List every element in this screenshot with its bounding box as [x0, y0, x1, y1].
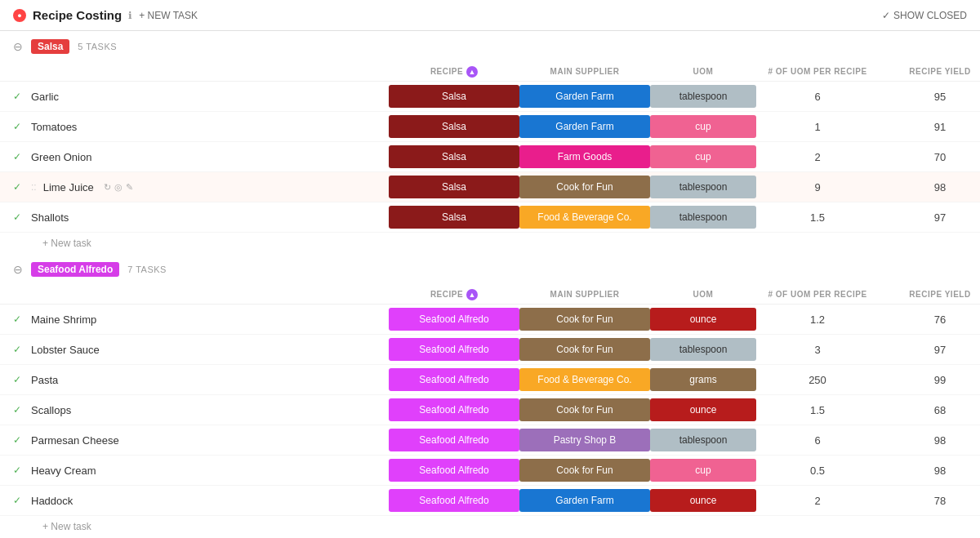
supplier-cell-2: Farm Goods — [519, 145, 650, 168]
recipe-cell-1: Seafood Alfredo — [389, 338, 519, 361]
repeat-icon[interactable]: ↻ — [104, 182, 111, 193]
table-row: ✓ Haddock Seafood Alfredo Garden Farm ou… — [0, 486, 980, 516]
supplier-value-2: Food & Beverage Co. — [519, 368, 650, 391]
columns-header-salsa: RECIPE ▲ MAIN SUPPLIER UOM # OF UOM PER … — [0, 62, 980, 82]
uom-qty-cell-4: 1.5 — [756, 211, 879, 224]
yield-cell-1: 91 — [879, 121, 980, 133]
task-name-1: Lobster Sauce — [31, 344, 100, 356]
table-row: ✓ Pasta Seafood Alfredo Food & Beverage … — [0, 365, 980, 395]
group-toggle-salsa[interactable]: ⊖ — [13, 40, 23, 53]
uom-value-6: ounce — [650, 489, 756, 512]
supplier-value-3: Cook for Fun — [519, 176, 650, 198]
supplier-cell-1: Garden Farm — [519, 115, 650, 138]
uom-cell-2: grams — [650, 368, 756, 391]
table-row: ✓ Heavy Cream Seafood Alfredo Cook for F… — [0, 456, 980, 486]
uom-value-1: tablespoon — [650, 338, 756, 361]
task-name-0: Garlic — [31, 91, 59, 103]
col-uom-per-recipe: # OF UOM PER RECIPE — [756, 67, 879, 76]
task-check-4[interactable]: ✓ — [13, 434, 24, 446]
task-row-icons: ↻ ◎ ✎ — [104, 182, 133, 193]
group-toggle-seafood[interactable]: ⊖ — [13, 263, 23, 276]
task-check-3[interactable]: ✓ — [13, 181, 24, 193]
uom-qty-cell-1: 3 — [756, 344, 879, 356]
table-row: ✓ Green Onion Salsa Farm Goods cup 2 70 — [0, 142, 980, 172]
show-closed-button[interactable]: ✓ SHOW CLOSED — [882, 10, 967, 21]
task-left-0: ✓ Garlic — [13, 91, 389, 103]
drag-handle[interactable]: :: — [31, 181, 37, 193]
recipe-value-3: Salsa — [389, 176, 519, 198]
uom-cell-4: tablespoon — [650, 206, 756, 229]
recipe-value-2: Seafood Alfredo — [389, 368, 519, 391]
recipe-value-1: Salsa — [389, 115, 519, 138]
task-name-5: Heavy Cream — [31, 465, 96, 477]
recipe-value-2: Salsa — [389, 145, 519, 168]
uom-qty-cell-5: 0.5 — [756, 465, 879, 477]
new-task-row-seafood[interactable]: + New task — [0, 516, 980, 537]
task-check-6[interactable]: ✓ — [13, 495, 24, 506]
table-row: ✓ Parmesan Cheese Seafood Alfredo Pastry… — [0, 425, 980, 456]
uom-qty-cell-3: 9 — [756, 181, 879, 193]
uom-value-3: tablespoon — [650, 176, 756, 198]
task-check-0[interactable]: ✓ — [13, 313, 24, 325]
task-check-2[interactable]: ✓ — [13, 151, 24, 162]
recipe-value-0: Seafood Alfredo — [389, 308, 519, 331]
task-name-4: Parmesan Cheese — [31, 434, 119, 447]
uom-cell-6: ounce — [650, 489, 756, 512]
table-row: ✓ Tomatoes Salsa Garden Farm cup 1 91 — [0, 112, 980, 142]
recipe-cell-5: Seafood Alfredo — [389, 459, 519, 482]
recipe-cell-2: Seafood Alfredo — [389, 368, 519, 391]
task-check-2[interactable]: ✓ — [13, 374, 24, 385]
supplier-value-1: Cook for Fun — [519, 338, 650, 361]
table-row: ✓ Lobster Sauce Seafood Alfredo Cook for… — [0, 335, 980, 365]
col-uom-per-recipe: # OF UOM PER RECIPE — [756, 290, 879, 299]
col-uom: UOM — [650, 67, 756, 76]
supplier-cell-1: Cook for Fun — [519, 338, 650, 361]
uom-cell-1: cup — [650, 115, 756, 138]
supplier-cell-2: Food & Beverage Co. — [519, 368, 650, 391]
uom-value-5: cup — [650, 459, 756, 482]
col-uom: UOM — [650, 290, 756, 299]
task-check-4[interactable]: ✓ — [13, 211, 24, 223]
yield-cell-2: 70 — [879, 151, 980, 163]
task-left-0: ✓ Maine Shrimp — [13, 313, 389, 326]
new-task-row-salsa[interactable]: + New task — [0, 233, 980, 254]
task-check-3[interactable]: ✓ — [13, 404, 24, 416]
col-supplier: MAIN SUPPLIER — [519, 67, 650, 76]
yield-cell-1: 97 — [879, 344, 980, 356]
task-check-0[interactable]: ✓ — [13, 91, 24, 102]
info-icon[interactable]: ℹ — [128, 10, 132, 21]
task-left-3: ✓ :: Lime Juice ↻ ◎ ✎ — [13, 181, 389, 193]
col-recipe-yield: RECIPE YIELD — [879, 67, 980, 76]
task-check-5[interactable]: ✓ — [13, 465, 24, 476]
uom-value-4: tablespoon — [650, 429, 756, 451]
col-recipe: RECIPE ▲ — [389, 66, 519, 78]
task-check-1[interactable]: ✓ — [13, 344, 24, 355]
recipe-value-1: Seafood Alfredo — [389, 338, 519, 361]
uom-qty-cell-2: 2 — [756, 151, 879, 163]
app-icon: ● — [13, 9, 26, 22]
recipe-cell-4: Seafood Alfredo — [389, 429, 519, 451]
edit-icon[interactable]: ✎ — [126, 182, 133, 193]
supplier-cell-0: Cook for Fun — [519, 308, 650, 331]
sort-icon[interactable]: ▲ — [466, 66, 478, 78]
task-name-4: Shallots — [31, 211, 69, 224]
recipe-cell-2: Salsa — [389, 145, 519, 168]
col-recipe-yield: RECIPE YIELD — [879, 290, 980, 299]
group-tasks-count-seafood: 7 TASKS — [127, 265, 167, 274]
sort-icon[interactable]: ▲ — [466, 289, 478, 300]
hide-icon[interactable]: ◎ — [114, 182, 122, 193]
supplier-value-4: Food & Beverage Co. — [519, 206, 650, 229]
table-row: ✓ :: Lime Juice ↻ ◎ ✎ Salsa Cook for Fun… — [0, 172, 980, 202]
task-name-6: Haddock — [31, 495, 73, 507]
recipe-cell-0: Seafood Alfredo — [389, 308, 519, 331]
table-row: ✓ Scallops Seafood Alfredo Cook for Fun … — [0, 395, 980, 425]
uom-qty-cell-6: 2 — [756, 495, 879, 507]
task-check-1[interactable]: ✓ — [13, 121, 24, 132]
supplier-value-2: Farm Goods — [519, 145, 650, 168]
yield-cell-4: 97 — [879, 211, 980, 224]
uom-qty-cell-0: 1.2 — [756, 313, 879, 326]
new-task-button[interactable]: + NEW TASK — [139, 10, 198, 21]
columns-header-seafood: RECIPE ▲ MAIN SUPPLIER UOM # OF UOM PER … — [0, 285, 980, 305]
recipe-value-5: Seafood Alfredo — [389, 459, 519, 482]
task-left-4: ✓ Parmesan Cheese — [13, 434, 389, 447]
